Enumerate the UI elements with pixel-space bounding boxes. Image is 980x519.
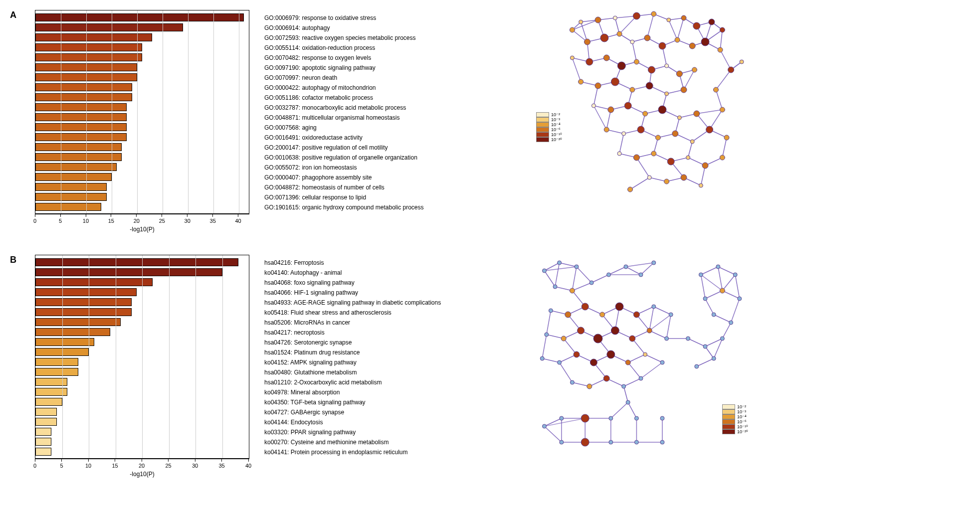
- network-node: [665, 337, 669, 341]
- network-node: [659, 42, 666, 49]
- network-node: [603, 375, 609, 381]
- term-label: hsa01210: 2-Oxocarboxylic acid metabolis…: [264, 377, 441, 387]
- network-edge: [572, 267, 577, 291]
- network-edge: [611, 402, 628, 418]
- x-tick: 35: [210, 214, 216, 224]
- network-edge: [649, 331, 666, 339]
- network-edge: [632, 42, 637, 62]
- network-edge: [701, 275, 705, 299]
- network-node: [672, 131, 678, 137]
- term-label: hsa04066: HIF-1 signaling pathway: [264, 288, 441, 298]
- network-node: [689, 43, 695, 49]
- panel-a: A 0510152025303540 -log10(P) GO:0006979:…: [10, 10, 748, 235]
- network-edge: [547, 311, 551, 335]
- network-node: [570, 380, 574, 384]
- bar: [35, 298, 132, 306]
- bar: [35, 398, 62, 406]
- network-edge: [701, 275, 722, 291]
- bar-row: [35, 347, 249, 356]
- bar: [35, 418, 57, 426]
- bar: [35, 308, 132, 316]
- network-edge: [555, 263, 560, 287]
- bar: [35, 428, 51, 436]
- legend-label: 10⁻²⁰: [551, 137, 562, 142]
- bar-row: [35, 318, 249, 327]
- term-label: hsa04217: necroptosis: [264, 328, 441, 338]
- term-label: GO:0006979: response to oxidative stress: [264, 13, 424, 23]
- bar-row: [35, 447, 249, 456]
- network-edge: [624, 386, 628, 402]
- panel-a-barchart-wrap: 0510152025303540 -log10(P): [35, 10, 249, 235]
- network-node: [622, 132, 626, 136]
- network-node: [600, 34, 608, 42]
- network-node: [545, 333, 549, 337]
- panel-b-barchart: [35, 255, 249, 459]
- term-label: hsa01524: Platinum drug resistance: [264, 347, 441, 357]
- network-node: [579, 79, 584, 84]
- x-tick: 30: [185, 214, 191, 224]
- legend-swatch: [722, 429, 735, 434]
- bar-row: [35, 387, 249, 396]
- network-node: [651, 11, 656, 16]
- bar: [35, 63, 137, 71]
- term-label: hsa04068: foxo signaling pathway: [264, 278, 441, 288]
- network-node: [613, 16, 617, 20]
- panel-b-network-svg: [534, 255, 748, 454]
- legend-swatch: [536, 137, 549, 142]
- network-node: [607, 273, 611, 277]
- network-node: [675, 37, 680, 42]
- network-node: [647, 328, 652, 333]
- network-edge: [654, 307, 671, 315]
- network-edge: [628, 362, 641, 378]
- x-tick: 30: [192, 459, 198, 469]
- network-node: [664, 179, 669, 184]
- bar: [35, 173, 112, 181]
- network-edge: [628, 354, 645, 362]
- network-edge: [560, 362, 573, 382]
- network-edge: [714, 315, 731, 323]
- network-node: [660, 360, 664, 364]
- legend-label: 10⁻⁶: [737, 419, 748, 424]
- network-node: [681, 87, 687, 93]
- network-node: [665, 92, 669, 96]
- network-node: [603, 55, 609, 61]
- x-tick: 35: [218, 459, 224, 469]
- network-node: [692, 67, 697, 72]
- bar-row: [35, 103, 249, 112]
- network-node: [587, 384, 592, 389]
- panel-b: B 0510152025303540 -log10(P) hsa04216: F…: [10, 255, 748, 480]
- panel-b-x-label: -log10(P): [35, 471, 249, 480]
- legend-swatch: [536, 127, 549, 132]
- bar-row: [35, 192, 249, 201]
- network-edge: [545, 418, 586, 426]
- term-label: ko04978: Mineral absorption: [264, 387, 441, 397]
- network-node: [574, 351, 580, 357]
- bar: [35, 43, 142, 51]
- network-node: [702, 163, 708, 169]
- term-label: ko03320: PPAR signaling pathway: [264, 427, 441, 437]
- figure: A 0510152025303540 -log10(P) GO:0006979:…: [10, 10, 748, 480]
- bar: [35, 348, 89, 356]
- network-edge: [705, 299, 714, 315]
- network-edge: [722, 291, 739, 299]
- network-node: [628, 187, 633, 192]
- network-edge: [572, 58, 581, 82]
- bar: [35, 153, 122, 161]
- network-node: [643, 352, 647, 356]
- network-node: [667, 18, 671, 22]
- network-node: [595, 83, 601, 89]
- network-node: [578, 327, 585, 334]
- network-node: [600, 312, 605, 317]
- network-node: [647, 175, 651, 179]
- bar-row: [35, 298, 249, 307]
- term-label: GO:0055072: iron ion homeostasis: [264, 163, 424, 173]
- network-node: [565, 312, 571, 318]
- panel-a-barchart: [35, 10, 249, 214]
- network-node: [617, 31, 622, 36]
- legend-swatch: [536, 112, 549, 117]
- term-label: ko00270: Cysteine and methionine metabol…: [264, 437, 441, 447]
- network-edge: [722, 323, 731, 339]
- network-node: [701, 38, 709, 46]
- x-tick: 25: [165, 459, 171, 469]
- network-node: [706, 126, 713, 133]
